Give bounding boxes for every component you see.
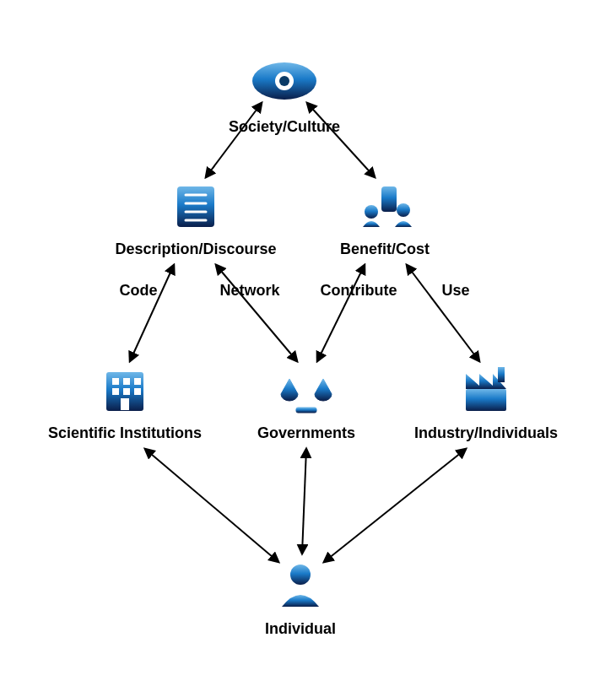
node-individual: Individual [265, 565, 336, 637]
svg-point-24 [290, 565, 311, 585]
edge-root-desc [206, 103, 262, 177]
label-scientific: Scientific Institutions [48, 424, 202, 441]
person-icon [282, 565, 319, 607]
sub-code: Code [120, 282, 158, 299]
svg-rect-13 [123, 378, 130, 385]
edge-desc-sci [130, 265, 174, 361]
svg-rect-21 [296, 408, 316, 413]
label-governments: Governments [257, 424, 355, 441]
edge-sci-indiv [145, 449, 278, 562]
svg-rect-22 [466, 389, 506, 411]
edge-ben-gov [317, 265, 365, 361]
sub-use: Use [441, 282, 469, 299]
sub-network: Network [219, 282, 280, 299]
svg-rect-14 [112, 388, 119, 395]
eye-icon [252, 62, 316, 100]
edge-ben-ind [407, 265, 479, 361]
diagram-container: Society/Culture Description/Discourse Be… [0, 0, 616, 697]
node-benefit: Benefit/Cost [340, 186, 430, 257]
svg-point-10 [397, 203, 410, 217]
edges [130, 103, 479, 562]
scales-icon [281, 370, 332, 413]
svg-rect-17 [134, 388, 141, 395]
svg-rect-23 [498, 367, 505, 382]
label-industry: Industry/Individuals [414, 424, 558, 441]
sub-contribute: Contribute [321, 282, 397, 299]
diagram-svg: Society/Culture Description/Discourse Be… [0, 0, 616, 697]
people-icon [363, 186, 412, 227]
svg-rect-8 [381, 186, 397, 212]
label-benefit: Benefit/Cost [340, 240, 430, 257]
svg-rect-16 [134, 378, 141, 385]
svg-rect-18 [121, 398, 129, 410]
svg-rect-15 [123, 388, 130, 395]
edge-gov-indiv [302, 449, 306, 554]
edge-root-benefit [307, 103, 375, 177]
edge-ind-indiv [324, 449, 466, 562]
building-icon [106, 372, 143, 411]
label-individual: Individual [265, 620, 336, 637]
svg-point-2 [279, 76, 289, 86]
svg-rect-12 [112, 378, 119, 385]
edge-desc-gov [216, 265, 297, 361]
node-scientific: Scientific Institutions [48, 372, 202, 441]
node-industry: Industry/Individuals [414, 367, 558, 441]
svg-point-9 [365, 205, 378, 219]
node-description: Description/Discourse [115, 186, 276, 257]
list-icon [177, 186, 214, 227]
factory-icon [466, 367, 506, 411]
node-governments: Governments [257, 370, 355, 441]
label-description: Description/Discourse [115, 240, 276, 257]
